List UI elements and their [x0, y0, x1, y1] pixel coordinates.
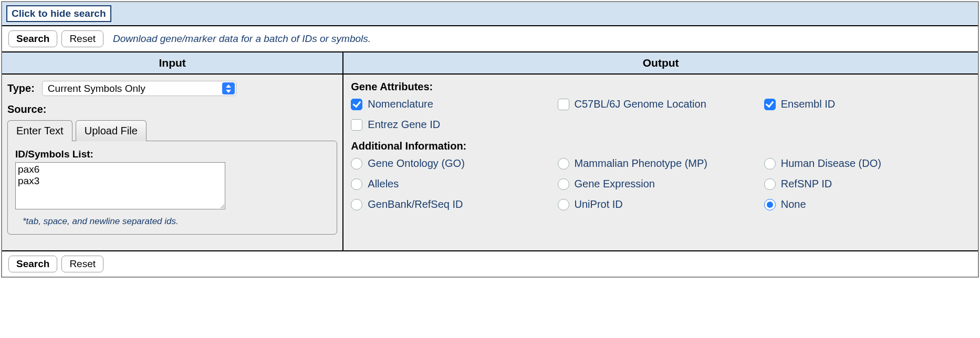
gene-attributes-grid: NomenclatureC57BL/6J Genome LocationEnse… — [351, 98, 971, 131]
checkbox-nomenclature[interactable] — [351, 99, 362, 110]
tab-panel-enter-text: ID/Symbols List: *tab, space, and newlin… — [7, 141, 337, 235]
addl-go[interactable]: Gene Ontology (GO) — [351, 157, 557, 170]
gene-attr-nomenclature[interactable]: Nomenclature — [351, 98, 557, 110]
search-button-bottom[interactable]: Search — [8, 256, 57, 272]
search-button-top[interactable]: Search — [8, 30, 57, 47]
radio-expression[interactable] — [558, 178, 569, 190]
columns: Input Type: Current Symbols Only Source: — [2, 52, 978, 251]
radio-mp[interactable] — [558, 158, 569, 170]
radio-uniprot[interactable] — [558, 199, 569, 210]
addl-label: Gene Expression — [575, 178, 655, 190]
tab-enter-text[interactable]: Enter Text — [7, 120, 72, 141]
reset-button-top[interactable]: Reset — [61, 30, 103, 47]
gene-attributes-header: Gene Attributes: — [351, 81, 973, 93]
ids-hint: *tab, space, and newline separated ids. — [23, 216, 329, 227]
source-label: Source: — [7, 103, 337, 115]
input-body: Type: Current Symbols Only Source: Enter… — [2, 75, 342, 250]
top-action-row: Search Reset Download gene/marker data f… — [2, 26, 978, 52]
gene-attr-label: C57BL/6J Genome Location — [575, 98, 706, 110]
type-select-wrap: Current Symbols Only — [42, 81, 236, 96]
gene-attr-label: Entrez Gene ID — [368, 119, 440, 131]
additional-info-header: Additional Information: — [351, 140, 973, 152]
gene-attr-label: Ensembl ID — [781, 98, 835, 110]
addl-label: Human Disease (DO) — [781, 157, 881, 170]
addl-refsnp[interactable]: RefSNP ID — [764, 178, 971, 190]
hide-search-button[interactable]: Click to hide search — [6, 5, 111, 22]
tab-upload-file[interactable]: Upload File — [76, 120, 147, 141]
checkbox-ensembl-id[interactable] — [764, 99, 776, 110]
addl-label: Mammalian Phenotype (MP) — [575, 157, 707, 170]
gene-attr-genome-location[interactable]: C57BL/6J Genome Location — [558, 98, 764, 110]
form-description: Download gene/marker data for a batch of… — [113, 33, 371, 45]
ids-label: ID/Symbols List: — [15, 149, 329, 160]
addl-label: Gene Ontology (GO) — [368, 157, 465, 170]
checkbox-genome-location[interactable] — [558, 99, 569, 110]
addl-label: Alleles — [368, 178, 399, 190]
gene-attr-label: Nomenclature — [368, 98, 433, 110]
radio-alleles[interactable] — [351, 178, 362, 190]
addl-uniprot[interactable]: UniProt ID — [558, 198, 764, 210]
addl-label: GenBank/RefSeq ID — [368, 198, 463, 210]
addl-do[interactable]: Human Disease (DO) — [764, 157, 971, 170]
gene-attr-entrez-gene-id[interactable]: Entrez Gene ID — [351, 119, 557, 131]
radio-none[interactable] — [764, 199, 776, 210]
addl-mp[interactable]: Mammalian Phenotype (MP) — [558, 157, 764, 170]
addl-label: RefSNP ID — [781, 178, 832, 190]
output-header: Output — [343, 52, 978, 75]
addl-alleles[interactable]: Alleles — [351, 178, 557, 190]
bottom-action-row: Search Reset — [2, 251, 978, 277]
input-column: Input Type: Current Symbols Only Source: — [2, 52, 343, 250]
reset-button-bottom[interactable]: Reset — [61, 256, 103, 272]
additional-info-grid: Gene Ontology (GO)Mammalian Phenotype (M… — [351, 157, 971, 210]
type-select[interactable]: Current Symbols Only — [42, 81, 236, 96]
ids-textarea[interactable] — [15, 162, 225, 209]
addl-label: UniProt ID — [575, 198, 623, 210]
type-row: Type: Current Symbols Only — [7, 81, 337, 96]
input-header: Input — [2, 52, 342, 75]
output-column: Output Gene Attributes: NomenclatureC57B… — [343, 52, 978, 250]
addl-expression[interactable]: Gene Expression — [558, 178, 764, 190]
addl-genbank[interactable]: GenBank/RefSeq ID — [351, 198, 557, 210]
gene-attr-ensembl-id[interactable]: Ensembl ID — [764, 98, 971, 110]
radio-do[interactable] — [764, 158, 776, 170]
type-label: Type: — [7, 82, 35, 94]
radio-refsnp[interactable] — [764, 178, 776, 190]
radio-genbank[interactable] — [351, 199, 362, 210]
source-tabs: Enter Text Upload File — [7, 120, 337, 141]
output-body: Gene Attributes: NomenclatureC57BL/6J Ge… — [343, 75, 978, 250]
search-form: Click to hide search Search Reset Downlo… — [1, 1, 979, 278]
checkbox-entrez-gene-id[interactable] — [351, 119, 362, 131]
addl-label: None — [781, 198, 806, 210]
addl-none[interactable]: None — [764, 198, 971, 210]
hide-search-bar: Click to hide search — [2, 2, 978, 26]
radio-go[interactable] — [351, 158, 362, 170]
